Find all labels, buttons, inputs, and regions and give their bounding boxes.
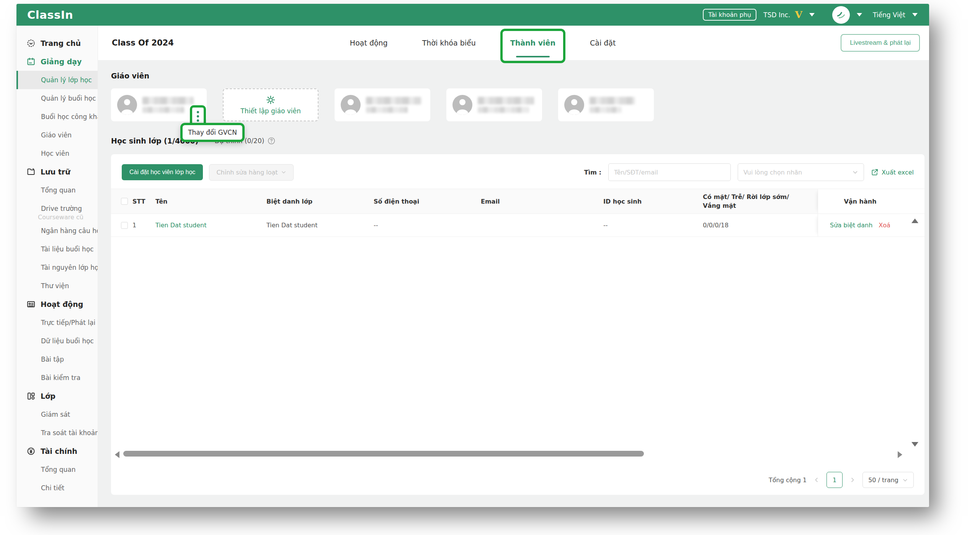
page-size-value: 50 / trang [868,476,898,484]
vertical-scroll-up-arrow[interactable] [911,219,918,223]
teacher-name-redacted [366,97,424,113]
header-ten: Tên [155,189,266,214]
student-settings-button[interactable]: Cài đặt học viên lớp học [122,164,203,180]
teacher-setup-card[interactable]: Thiết lập giáo viên [223,88,318,121]
page-size-select[interactable]: 50 / trang [862,472,914,488]
sidebar-item-thu-vien[interactable]: Thư viện [16,277,98,295]
tab-label: Thời khóa biểu [422,39,476,47]
sidebar-item-tra-soat-tai-khoan[interactable]: Tra soát tài khoản [16,424,98,442]
prev-page-button[interactable] [813,477,820,483]
sidebar-item-bai-kiem-tra[interactable]: Bài kiểm tra [16,369,98,387]
sidebar-item-label: Chi tiết [41,484,64,492]
dot-icon [197,115,199,117]
edit-nickname-link[interactable]: Sửa biệt danh [830,222,872,229]
cell-attendance: 0/0/0/18 [703,214,818,237]
sidebar-item-giao-vien[interactable]: Giáo viên [16,126,98,144]
sidebar-section-label: Giảng dạy [41,57,82,66]
horizontal-scrollbar-thumb[interactable] [123,451,644,457]
app-header: ClassIn Tài khoản phụ TSD Inc. V Tiếng V… [16,4,929,26]
chevron-right-icon [849,477,856,483]
sidebar-item-bai-tap[interactable]: Bài tập [16,350,98,369]
sidebar-item-tai-nguyen-lop-hoc[interactable]: Tài nguyên lớp học [16,258,98,277]
class-topbar: Class Of 2024 Hoạt động Thời khóa biểu T… [98,26,929,60]
scroll-right-arrow[interactable] [898,451,902,458]
search-input[interactable] [608,163,731,181]
sidebar-item-label: Giám sát [41,411,70,418]
sidebar-section-giang-day[interactable]: Giảng dạy [16,52,98,71]
change-gvcn-menu-item[interactable]: Thay đổi GVCN [180,123,245,142]
class-grid-icon [26,391,36,401]
sidebar-section-label: Trang chủ [41,39,81,47]
vip-badge-icon: V [795,10,802,20]
sidebar-item-tong-quan-tai-chinh[interactable]: Tổng quan [16,460,98,479]
select-all-checkbox[interactable] [121,198,128,205]
sidebar-item-giam-sat[interactable]: Giám sát [16,405,98,424]
sidebar-item-label: Bài kiểm tra [41,374,80,382]
sidebar-item-quan-ly-buoi-hoc[interactable]: Quản lý buổi học [16,89,98,108]
language-caret-down-icon[interactable] [912,13,918,16]
tab-hoat-dong[interactable]: Hoạt động [350,26,388,60]
cell-id-hoc-sinh: -- [588,214,703,237]
user-avatar[interactable] [832,6,850,24]
sidebar-item-courseware-cu[interactable]: Courseware cũ [16,212,98,222]
export-excel-button[interactable]: Xuất excel [871,168,914,176]
org-caret-down-icon[interactable] [809,13,815,16]
help-circle-icon[interactable] [267,137,276,145]
avatar-caret-down-icon[interactable] [857,13,862,16]
sidebar-section-label: Lớp [41,392,56,400]
scroll-left-arrow[interactable] [115,451,119,458]
calendar-icon [26,57,36,66]
bulk-edit-button[interactable]: Chỉnh sửa hàng loạt [209,164,293,181]
search-label: Tìm : [584,169,601,176]
sidebar-item-label: Dữ liệu buổi học [41,337,94,345]
sub-account-badge[interactable]: Tài khoản phụ [703,9,756,21]
delete-link[interactable]: Xoá [879,222,890,229]
sidebar-item-tai-lieu-buoi-hoc[interactable]: Tài liệu buổi học [16,240,98,258]
sidebar-item-buoi-hoc-cong-khai[interactable]: Buổi học công khai [16,108,98,126]
sidebar-section-hoat-dong[interactable]: Hoạt động [16,295,98,313]
sidebar-item-hoc-vien[interactable]: Học viên [16,144,98,163]
chevron-down-icon [281,170,286,175]
current-page-button[interactable]: 1 [826,472,843,488]
sidebar-section-tai-chinh[interactable]: Tài chính [16,442,98,460]
sidebar-section-trang-chu[interactable]: Trang chủ [16,34,98,52]
teacher-card-3[interactable] [446,88,542,121]
org-name[interactable]: TSD Inc. [763,11,790,19]
livestream-button[interactable]: Livestream & phát lại [841,34,920,52]
pagination: Tổng cộng 1 1 50 / trang [769,472,914,488]
next-page-button[interactable] [849,477,856,483]
sidebar-item-truc-tiep-phat-lai[interactable]: Trực tiếp/Phát lại [16,313,98,332]
sidebar-item-ngan-hang-cau-hoi[interactable]: Ngân hàng câu hỏi [16,222,98,240]
sidebar-item-du-lieu-buoi-hoc[interactable]: Dữ liệu buổi học [16,332,98,350]
sidebar-item-quan-ly-lop-hoc[interactable]: Quản lý lớp học [16,71,98,89]
teacher-cards-row: Thiết lập giáo viên [111,88,924,121]
cell-so-dien-thoai: -- [374,214,469,237]
tab-thoi-khoa-bieu[interactable]: Thời khóa biểu [422,26,476,60]
chevron-down-icon [902,477,908,483]
sidebar-item-label: Tài liệu buổi học [41,245,94,253]
teacher-setup-label: Thiết lập giáo viên [240,107,301,115]
table-row: 1 Tien Dat student Tien Dat student -- -… [111,214,924,237]
gear-icon [266,95,276,105]
sidebar-section-luu-tru[interactable]: Lưu trữ [16,163,98,181]
teacher-card-4[interactable] [558,88,654,121]
cell-ten-link[interactable]: Tien Dat student [155,214,266,237]
teacher-card-1[interactable] [111,88,207,121]
app-window: ClassIn Tài khoản phụ TSD Inc. V Tiếng V… [16,4,929,507]
sidebar-section-lop[interactable]: Lớp [16,387,98,405]
vertical-scroll-down-arrow[interactable] [911,442,918,447]
sidebar-section-label: Hoạt động [41,300,83,308]
stage: ClassIn Tài khoản phụ TSD Inc. V Tiếng V… [0,0,980,535]
tab-cai-dat[interactable]: Cài đặt [590,26,616,60]
teacher-card-2[interactable] [335,88,430,121]
sidebar-item-label: Tổng quan [41,186,76,194]
tab-thanh-vien[interactable]: Thành viên [510,26,555,60]
scrollbar-gutter [907,214,924,237]
tag-select[interactable]: Vui lòng chọn nhãn [738,163,864,181]
row-checkbox[interactable] [121,222,128,229]
language-selector[interactable]: Tiếng Việt [873,11,905,19]
sidebar-item-chi-tiet[interactable]: Chi tiết [16,479,98,497]
tab-label: Thành viên [510,39,555,47]
sidebar-item-tong-quan-luu-tru[interactable]: Tổng quan [16,181,98,199]
teacher-avatar-icon [341,95,361,115]
